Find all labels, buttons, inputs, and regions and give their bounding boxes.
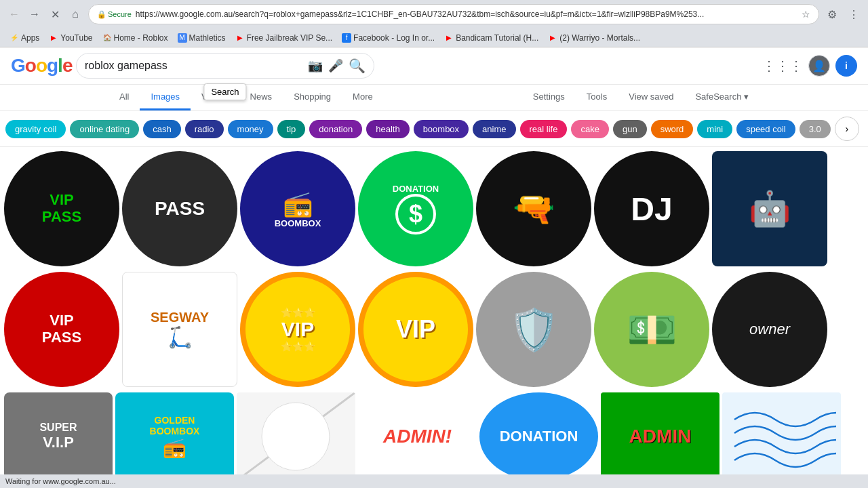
menu-button[interactable]: ⋮	[845, 5, 863, 23]
bookmark-mathletics-label: Mathletics	[189, 33, 226, 43]
image-squiggly[interactable]	[722, 392, 841, 481]
chip-speed-coil[interactable]: speed coil	[736, 120, 795, 138]
image-pass[interactable]: PASS	[122, 151, 237, 266]
image-grid: VIP PASS PASS 📻 BOOMBOX DONATION $	[0, 147, 868, 487]
diagonal-svg	[237, 392, 355, 481]
bookmark-youtube-label: YouTube	[60, 33, 92, 43]
image-row-2: VIP PASS SEGWAY 🛴 ⭐⭐⭐ VIP ⭐⭐⭐ VIP	[4, 272, 864, 387]
image-row-3: SUPER V.I.P GOLDEN BOOMBOX 📻	[4, 392, 864, 481]
chip-mini[interactable]: mini	[697, 120, 732, 138]
bookmark-bandicam-label: Bandicam Tutorial (H...	[456, 33, 538, 43]
account-button[interactable]: 👤	[808, 55, 830, 77]
chip-health[interactable]: health	[366, 120, 409, 138]
bookmark-roblox[interactable]: 🏠 Home - Roblox	[98, 32, 172, 44]
chip-online-dating[interactable]: online dating	[70, 120, 139, 138]
image-super-vip[interactable]: SUPER V.I.P	[4, 392, 113, 481]
bookmark-apps-label: Apps	[21, 33, 39, 43]
camera-search-button[interactable]: 📷	[308, 58, 323, 73]
image-diagonal[interactable]	[237, 392, 355, 481]
voice-search-button[interactable]: 🎤	[328, 58, 343, 73]
facebook-favicon: f	[342, 33, 351, 43]
image-vip-yellow-2[interactable]: VIP	[358, 272, 473, 387]
nav-images[interactable]: Images	[140, 85, 191, 110]
bookmark-jailbreak[interactable]: ▶ Free Jailbreak VIP Se...	[231, 32, 337, 44]
search-button[interactable]: 🔍	[349, 58, 366, 74]
bookmark-star[interactable]: ☆	[802, 9, 810, 20]
secure-badge: 🔒 Secure	[97, 10, 132, 19]
roblox-favicon: 🏠	[102, 33, 112, 43]
image-gun[interactable]: 🔫	[476, 151, 591, 266]
image-admin-green[interactable]: ADMIN	[601, 392, 719, 481]
image-boombox[interactable]: 📻 BOOMBOX	[240, 151, 355, 266]
chip-cash[interactable]: cash	[143, 120, 180, 138]
back-button[interactable]: ←	[5, 5, 23, 23]
chip-donation[interactable]: donation	[309, 120, 362, 138]
youtube-favicon: ▶	[49, 33, 58, 43]
chip-gun[interactable]: gun	[613, 120, 647, 138]
apps-favicon: ⚡	[9, 33, 19, 43]
image-row-1: VIP PASS PASS 📻 BOOMBOX DONATION $	[4, 151, 864, 266]
bandicam-favicon: ▶	[444, 33, 454, 43]
bookmark-roblox-label: Home - Roblox	[114, 33, 168, 43]
search-nav: All Images Videos News Shopping More Set…	[0, 85, 868, 111]
image-admin-red[interactable]: ADMIN!	[358, 392, 477, 481]
url-text: https://www.google.com.au/search?q=roblo…	[136, 9, 797, 19]
squiggly-svg	[728, 399, 836, 474]
bookmark-warriyo[interactable]: ▶ (2) Warriyo - Mortals...	[544, 32, 644, 44]
chip-boombox[interactable]: boombox	[414, 120, 469, 138]
stop-reload-button[interactable]: ✕	[46, 5, 64, 23]
bookmark-jailbreak-label: Free Jailbreak VIP Se...	[247, 33, 333, 43]
google-header: Google 📷 🎤 🔍 Search ⋮⋮⋮ 👤 i	[0, 47, 868, 85]
apps-grid-button[interactable]: ⋮⋮⋮	[762, 58, 803, 74]
chip-anime[interactable]: anime	[473, 120, 515, 138]
jailbreak-favicon: ▶	[235, 33, 245, 43]
bookmark-warriyo-label: (2) Warriyo - Mortals...	[559, 33, 640, 43]
chip-tip[interactable]: tip	[277, 120, 306, 138]
status-bar: Waiting for www.google.com.au...	[0, 474, 868, 488]
home-button[interactable]: ⌂	[66, 5, 84, 23]
image-vip-pass-red[interactable]: VIP PASS	[4, 272, 119, 387]
forward-button[interactable]: →	[26, 5, 43, 23]
chip-gravity-coil[interactable]: gravity coil	[5, 120, 66, 138]
image-roblox-char[interactable]: 🤖	[712, 151, 827, 266]
image-money[interactable]: 💵	[594, 272, 709, 387]
chips-next-arrow[interactable]: ›	[835, 117, 859, 141]
image-shield[interactable]: 🛡️	[476, 272, 591, 387]
bookmark-facebook-label: Facebook - Log In or...	[353, 33, 435, 43]
nav-settings[interactable]: Settings	[522, 85, 576, 110]
nav-more[interactable]: More	[342, 85, 384, 110]
image-vip-pass-1[interactable]: VIP PASS	[4, 151, 119, 266]
nav-shopping[interactable]: Shopping	[283, 85, 342, 110]
nav-all[interactable]: All	[108, 85, 140, 110]
bookmark-facebook[interactable]: f Facebook - Log In or...	[338, 32, 439, 44]
image-dj[interactable]: DJ	[594, 151, 709, 266]
address-bar[interactable]: 🔒 Secure https://www.google.com.au/searc…	[88, 4, 819, 24]
chip-money[interactable]: money	[228, 120, 273, 138]
bookmark-apps[interactable]: ⚡ Apps	[5, 32, 43, 44]
svg-point-1	[262, 403, 330, 470]
search-input[interactable]	[85, 60, 302, 72]
search-tooltip: Search	[203, 83, 246, 100]
chip-real-life[interactable]: real life	[520, 120, 568, 138]
bookmark-youtube[interactable]: ▶ YouTube	[45, 32, 96, 44]
bookmark-mathletics[interactable]: M Mathletics	[174, 32, 230, 44]
image-donation-blue[interactable]: DONATION	[479, 392, 598, 481]
nav-view-saved[interactable]: View saved	[618, 85, 684, 110]
image-segway[interactable]: SEGWAY 🛴	[122, 272, 237, 387]
image-golden-boombox[interactable]: GOLDEN BOOMBOX 📻	[115, 392, 234, 481]
image-vip-yellow-1[interactable]: ⭐⭐⭐ VIP ⭐⭐⭐	[240, 272, 355, 387]
bookmark-bandicam[interactable]: ▶ Bandicam Tutorial (H...	[440, 32, 542, 44]
mathletics-favicon: M	[178, 33, 187, 43]
chip-sword[interactable]: sword	[651, 120, 694, 138]
image-owner[interactable]: owner	[712, 272, 827, 387]
search-box[interactable]: 📷 🎤 🔍 Search	[76, 53, 374, 79]
image-donation-green[interactable]: DONATION $	[358, 151, 473, 266]
google-logo[interactable]: Google	[11, 55, 65, 77]
chip-cake[interactable]: cake	[571, 120, 608, 138]
nav-safe-search[interactable]: SafeSearch ▾	[684, 85, 760, 110]
chip-30[interactable]: 3.0	[800, 120, 831, 138]
chip-radio[interactable]: radio	[185, 120, 224, 138]
signed-in-account[interactable]: i	[835, 55, 857, 77]
extensions-button[interactable]: ⚙	[823, 5, 841, 23]
nav-tools[interactable]: Tools	[576, 85, 618, 110]
